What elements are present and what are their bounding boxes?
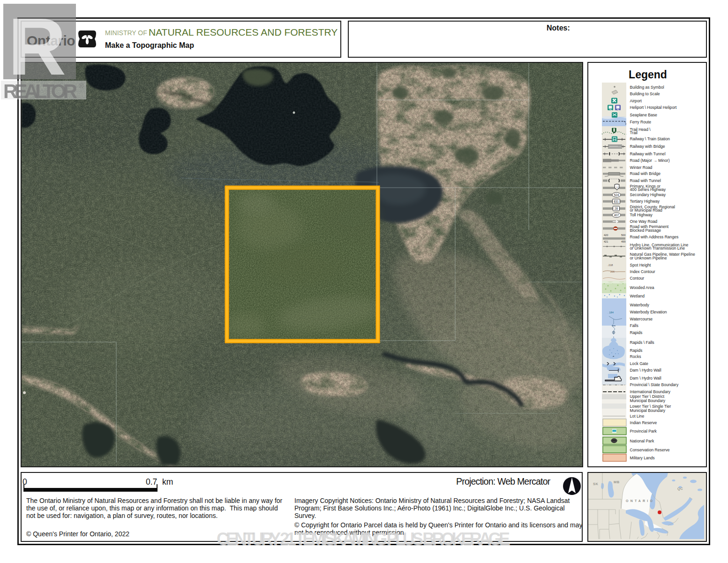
svg-text:Provincial Park: Provincial Park (630, 429, 657, 434)
svg-text:Tertiary Highway: Tertiary Highway (630, 199, 660, 204)
svg-text:Trail: Trail (630, 130, 638, 135)
svg-text:Waterbody Elevation: Waterbody Elevation (630, 310, 667, 314)
svg-text:206: 206 (610, 270, 615, 273)
svg-text:Dam \ Hydro Wall: Dam \ Hydro Wall (630, 368, 661, 373)
svg-text:or Municipal Road: or Municipal Road (630, 208, 662, 213)
svg-text:Conservation Reserve: Conservation Reserve (630, 448, 670, 452)
svg-text:Toll Highway: Toll Highway (630, 213, 653, 217)
svg-text:Road with Address Ranges: Road with Address Ranges (630, 235, 679, 239)
svg-text:Rapids \ Falls: Rapids \ Falls (630, 340, 654, 345)
svg-text:Wetland: Wetland (630, 294, 645, 298)
svg-text:Lot Line: Lot Line (630, 414, 645, 418)
svg-text:Contour: Contour (630, 276, 645, 281)
svg-text:Railway \ Train Station: Railway \ Train Station (630, 137, 670, 141)
svg-text:Military Lands: Military Lands (630, 456, 655, 460)
svg-text:SK: SK (593, 482, 599, 486)
svg-text:420: 420 (604, 234, 608, 236)
svg-text:Building as Symbol: Building as Symbol (630, 85, 664, 90)
svg-text:®: ® (79, 82, 84, 90)
svg-text:Railway with Bridge: Railway with Bridge (630, 144, 665, 149)
svg-text:. 184: . 184 (608, 311, 614, 314)
svg-text:Rocks: Rocks (630, 354, 641, 359)
svg-text:Ferry Route: Ferry Route (630, 120, 652, 124)
svg-text:ONTARIO: ONTARIO (626, 499, 654, 502)
svg-text:International Boundary: International Boundary (630, 389, 671, 394)
svg-text:Rapids: Rapids (630, 330, 643, 335)
svg-text:421: 421 (604, 240, 608, 243)
svg-text:Railway with Tunnel: Railway with Tunnel (630, 152, 666, 156)
svg-text:28: 28 (615, 207, 618, 210)
svg-text:7: 7 (616, 186, 617, 189)
svg-text:Secondary Highway: Secondary Highway (630, 192, 666, 197)
svg-text:Provincial \ State Boundary: Provincial \ State Boundary (630, 382, 679, 387)
svg-text:524: 524 (614, 193, 619, 197)
svg-text:. 218: . 218 (607, 264, 613, 266)
svg-text:Falls: Falls (630, 323, 638, 328)
svg-text:REALTOR: REALTOR (3, 80, 77, 101)
svg-text:Indian Reserve: Indian Reserve (630, 420, 657, 425)
svg-text:CENTURY 21 TEMISKAMING PLUS BR: CENTURY 21 TEMISKAMING PLUS BROKERAGE (217, 530, 510, 548)
svg-text:Index Contour: Index Contour (630, 269, 655, 274)
svg-text:Road with Bridge: Road with Bridge (630, 171, 661, 176)
svg-text:500: 500 (621, 234, 625, 236)
svg-text:Legend: Legend (629, 68, 667, 81)
svg-text:Seaplane Base: Seaplane Base (630, 113, 658, 117)
svg-text:400 Series Highway: 400 Series Highway (630, 187, 666, 192)
svg-text:499: 499 (621, 240, 625, 243)
svg-text:Road with Tunnel: Road with Tunnel (630, 178, 661, 183)
svg-text:Building to Scale: Building to Scale (630, 91, 660, 96)
svg-text:QC: QC (677, 487, 683, 491)
svg-text:Waterbody: Waterbody (630, 303, 650, 307)
svg-text:or Unknown Transmission Line: or Unknown Transmission Line (630, 246, 685, 251)
svg-text:Municipal Boundary: Municipal Boundary (630, 408, 666, 413)
svg-text:National Park: National Park (630, 439, 654, 443)
svg-text:Spot Height: Spot Height (630, 263, 652, 267)
svg-text:One Way Road: One Way Road (630, 219, 658, 224)
svg-text:Rapids: Rapids (630, 348, 643, 353)
svg-text:Dam \ Hydro Wall: Dam \ Hydro Wall (630, 376, 661, 380)
svg-text:Watercourse: Watercourse (630, 317, 653, 321)
svg-text:Wooded Area: Wooded Area (630, 285, 654, 290)
svg-text:R: R (8, 4, 66, 79)
svg-text:Municipal Boundary: Municipal Boundary (630, 398, 666, 403)
svg-text:Lock Gate: Lock Gate (630, 361, 648, 366)
svg-text:Winter Road: Winter Road (630, 165, 653, 170)
svg-text:Blocked Passage: Blocked Passage (630, 228, 661, 233)
svg-text:MB: MB (614, 480, 620, 484)
svg-text:Road (Major → Minor): Road (Major → Minor) (630, 158, 670, 163)
svg-text:407: 407 (614, 213, 619, 217)
svg-text:or Unknown Pipeline: or Unknown Pipeline (630, 256, 667, 260)
svg-text:Heliport \ Hospital Heliport: Heliport \ Hospital Heliport (630, 105, 677, 110)
svg-text:831: 831 (614, 200, 619, 203)
svg-text:Airport: Airport (630, 99, 642, 103)
